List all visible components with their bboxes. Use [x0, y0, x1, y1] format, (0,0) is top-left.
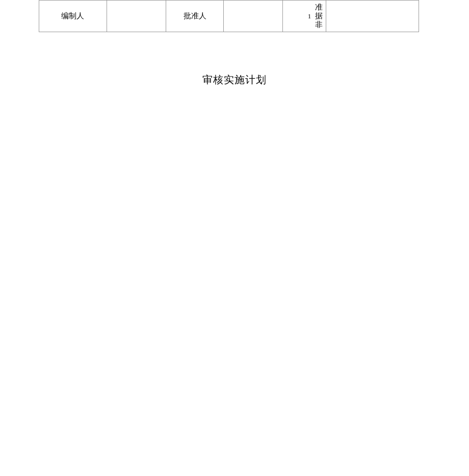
- preparer-label-cell: 编制人: [39, 1, 107, 32]
- approver-label: 批准人: [184, 12, 206, 20]
- page-indicator: 1: [308, 12, 311, 20]
- vertical-char-3: 非: [315, 20, 323, 29]
- preparer-value-cell: [107, 1, 166, 32]
- signature-row: 编制人 批准人 1 准 据 非: [39, 1, 419, 32]
- approver-label-cell: 批准人: [166, 1, 224, 32]
- basis-label-cell: 1 准 据 非: [283, 1, 326, 32]
- vertical-char-1: 准: [315, 3, 323, 12]
- approver-value-cell: [224, 1, 283, 32]
- basis-value-cell: [326, 1, 419, 32]
- signature-table: 编制人 批准人 1 准 据 非: [39, 0, 419, 32]
- preparer-label: 编制人: [61, 12, 84, 20]
- section-title: 审核实施计划: [0, 73, 469, 87]
- vertical-char-2: 据: [315, 12, 323, 20]
- vertical-label: 准 据 非: [315, 3, 323, 30]
